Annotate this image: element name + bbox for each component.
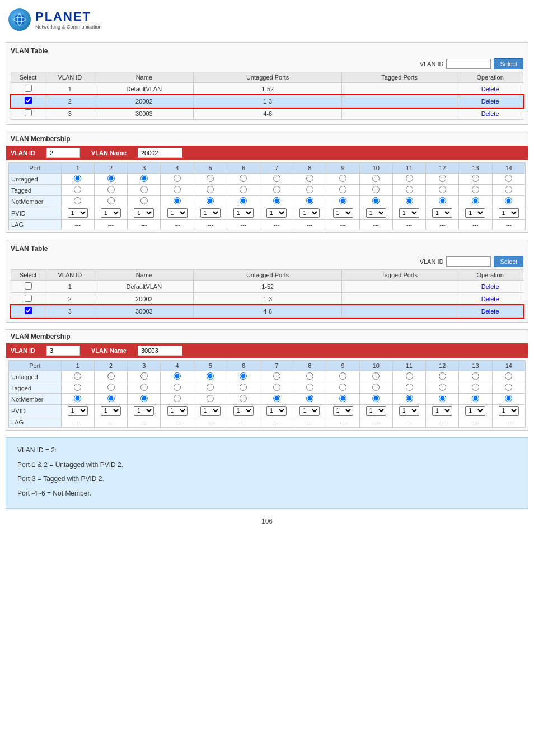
radio-untagged-port-3[interactable] <box>140 175 148 182</box>
membership-vlanid-input-1[interactable] <box>46 148 80 158</box>
radio-notmember-port-3[interactable] <box>140 197 148 204</box>
pvid-select-port-9[interactable]: 1 <box>333 406 353 416</box>
pvid-select-port-2[interactable]: 1 <box>101 208 121 218</box>
radio-untagged-port-11[interactable] <box>406 175 413 182</box>
row-delete-0[interactable]: Delete <box>481 283 499 290</box>
radio-notmember-port-8[interactable] <box>306 197 313 204</box>
radio-untagged-port-5[interactable] <box>207 175 214 182</box>
pvid-select-port-10[interactable]: 1 <box>366 406 386 416</box>
radio-tagged-port-8[interactable] <box>306 384 313 391</box>
radio-untagged-port-11[interactable] <box>406 372 413 380</box>
radio-notmember-port-1[interactable] <box>74 395 81 402</box>
pvid-select-port-11[interactable]: 1 <box>399 208 419 218</box>
radio-untagged-port-13[interactable] <box>472 372 479 380</box>
radio-untagged-port-14[interactable] <box>505 372 512 380</box>
radio-tagged-port-2[interactable] <box>107 186 115 193</box>
radio-tagged-port-7[interactable] <box>273 384 280 391</box>
row-delete-0[interactable]: Delete <box>481 86 499 92</box>
radio-untagged-port-8[interactable] <box>306 372 313 380</box>
pvid-select-port-12[interactable]: 1 <box>432 208 452 218</box>
pvid-select-port-8[interactable]: 1 <box>299 208 320 218</box>
radio-tagged-port-10[interactable] <box>372 186 380 193</box>
radio-tagged-port-9[interactable] <box>339 384 346 391</box>
radio-notmember-port-5[interactable] <box>207 197 214 204</box>
membership-vlanname-input-2[interactable] <box>138 346 182 356</box>
radio-untagged-port-12[interactable] <box>439 372 446 380</box>
radio-notmember-port-8[interactable] <box>306 395 313 402</box>
pvid-select-port-1[interactable]: 1 <box>68 208 88 218</box>
pvid-select-port-5[interactable]: 1 <box>200 406 221 416</box>
radio-tagged-port-1[interactable] <box>74 384 81 391</box>
pvid-select-port-3[interactable]: 1 <box>134 208 154 218</box>
pvid-select-port-3[interactable]: 1 <box>134 406 154 416</box>
radio-tagged-port-13[interactable] <box>472 384 479 391</box>
radio-notmember-port-6[interactable] <box>240 197 247 204</box>
radio-untagged-port-9[interactable] <box>339 372 346 380</box>
radio-notmember-port-5[interactable] <box>207 395 214 402</box>
radio-notmember-port-9[interactable] <box>339 197 346 204</box>
pvid-select-port-14[interactable]: 1 <box>499 208 519 218</box>
pvid-select-port-10[interactable]: 1 <box>366 208 386 218</box>
pvid-select-port-1[interactable]: 1 <box>68 406 88 416</box>
radio-tagged-port-14[interactable] <box>505 186 512 193</box>
radio-tagged-port-4[interactable] <box>174 384 181 391</box>
row-delete-2[interactable]: Delete <box>481 308 499 315</box>
radio-notmember-port-11[interactable] <box>406 197 413 204</box>
pvid-select-port-14[interactable]: 1 <box>499 406 519 416</box>
row-delete-2[interactable]: Delete <box>481 110 499 117</box>
radio-tagged-port-3[interactable] <box>140 384 148 391</box>
radio-untagged-port-4[interactable] <box>174 175 181 182</box>
radio-notmember-port-4[interactable] <box>174 395 181 402</box>
row-checkbox-2[interactable] <box>25 109 32 116</box>
radio-tagged-port-5[interactable] <box>207 186 214 193</box>
radio-notmember-port-14[interactable] <box>505 395 512 402</box>
radio-untagged-port-12[interactable] <box>439 175 446 182</box>
radio-untagged-port-8[interactable] <box>306 175 313 182</box>
pvid-select-port-7[interactable]: 1 <box>266 208 287 218</box>
pvid-select-port-8[interactable]: 1 <box>299 406 320 416</box>
row-delete-1[interactable]: Delete <box>481 98 499 105</box>
radio-untagged-port-7[interactable] <box>273 175 280 182</box>
radio-untagged-port-10[interactable] <box>372 175 380 182</box>
radio-notmember-port-13[interactable] <box>472 197 479 204</box>
radio-tagged-port-6[interactable] <box>240 186 247 193</box>
radio-tagged-port-1[interactable] <box>74 186 81 193</box>
radio-tagged-port-5[interactable] <box>207 384 214 391</box>
radio-tagged-port-14[interactable] <box>505 384 512 391</box>
radio-untagged-port-9[interactable] <box>339 175 346 182</box>
vlan-id-input-1[interactable] <box>446 59 491 69</box>
pvid-select-port-12[interactable]: 1 <box>432 406 452 416</box>
radio-notmember-port-1[interactable] <box>74 197 81 204</box>
select-button-2[interactable]: Select <box>494 256 523 267</box>
pvid-select-port-9[interactable]: 1 <box>333 208 353 218</box>
radio-untagged-port-6[interactable] <box>240 175 247 182</box>
pvid-select-port-11[interactable]: 1 <box>399 406 419 416</box>
radio-notmember-port-9[interactable] <box>339 395 346 402</box>
radio-untagged-port-10[interactable] <box>372 372 380 380</box>
radio-notmember-port-7[interactable] <box>273 395 280 402</box>
radio-untagged-port-1[interactable] <box>74 175 81 182</box>
select-button-1[interactable]: Select <box>494 58 523 69</box>
radio-untagged-port-5[interactable] <box>207 372 214 380</box>
radio-untagged-port-2[interactable] <box>107 175 115 182</box>
radio-tagged-port-8[interactable] <box>306 186 313 193</box>
radio-notmember-port-6[interactable] <box>240 395 247 402</box>
pvid-select-port-5[interactable]: 1 <box>200 208 221 218</box>
radio-untagged-port-1[interactable] <box>74 372 81 380</box>
radio-notmember-port-14[interactable] <box>505 197 512 204</box>
radio-notmember-port-12[interactable] <box>439 197 446 204</box>
radio-notmember-port-3[interactable] <box>140 395 148 402</box>
vlan-id-input-2[interactable] <box>446 256 491 267</box>
radio-notmember-port-2[interactable] <box>107 197 115 204</box>
radio-tagged-port-12[interactable] <box>439 186 446 193</box>
radio-notmember-port-7[interactable] <box>273 197 280 204</box>
pvid-select-port-6[interactable]: 1 <box>233 406 254 416</box>
radio-notmember-port-2[interactable] <box>107 395 115 402</box>
pvid-select-port-2[interactable]: 1 <box>101 406 121 416</box>
radio-tagged-port-4[interactable] <box>174 186 181 193</box>
radio-notmember-port-10[interactable] <box>372 395 380 402</box>
radio-notmember-port-12[interactable] <box>439 395 446 402</box>
radio-untagged-port-7[interactable] <box>273 372 280 380</box>
radio-untagged-port-6[interactable] <box>240 372 247 380</box>
row-checkbox-2[interactable] <box>25 307 32 314</box>
